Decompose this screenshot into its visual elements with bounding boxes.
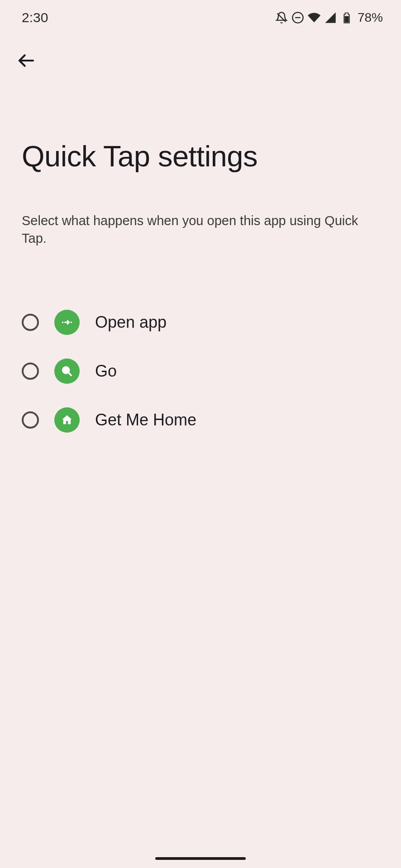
home-icon	[61, 414, 73, 426]
notification-off-icon	[275, 11, 288, 24]
battery-percentage: 78%	[358, 10, 383, 25]
radio-button[interactable]	[22, 363, 39, 380]
navigation-bar[interactable]	[155, 857, 246, 860]
search-icon	[61, 365, 73, 377]
icon-circle	[54, 407, 80, 433]
option-open-app[interactable]: Open app	[22, 298, 379, 347]
status-bar: 2:30 78%	[0, 0, 401, 32]
option-go[interactable]: Go	[22, 347, 379, 396]
status-icons: 78%	[275, 10, 383, 25]
svg-rect-3	[344, 16, 348, 23]
page-subtitle: Select what happens when you open this a…	[22, 212, 379, 247]
status-time: 2:30	[22, 10, 48, 25]
do-not-disturb-icon	[291, 11, 304, 24]
radio-button[interactable]	[22, 314, 39, 331]
svg-point-6	[71, 322, 72, 324]
svg-point-5	[62, 322, 64, 324]
radio-button[interactable]	[22, 411, 39, 429]
arrow-right-icon	[61, 316, 73, 329]
page-title: Quick Tap settings	[22, 139, 379, 173]
option-label: Get Me Home	[95, 410, 196, 429]
content-area: Quick Tap settings Select what happens w…	[0, 139, 401, 444]
signal-icon	[324, 11, 337, 24]
back-button[interactable]	[0, 32, 35, 71]
icon-circle	[54, 310, 80, 335]
options-list: Open app Go Get Me Home	[22, 298, 379, 444]
option-label: Open app	[95, 313, 167, 332]
back-arrow-icon	[17, 52, 35, 70]
battery-icon	[340, 11, 353, 24]
wifi-icon	[308, 11, 320, 24]
icon-circle	[54, 359, 80, 384]
option-label: Go	[95, 362, 117, 381]
option-get-me-home[interactable]: Get Me Home	[22, 396, 379, 444]
svg-line-8	[69, 373, 72, 376]
